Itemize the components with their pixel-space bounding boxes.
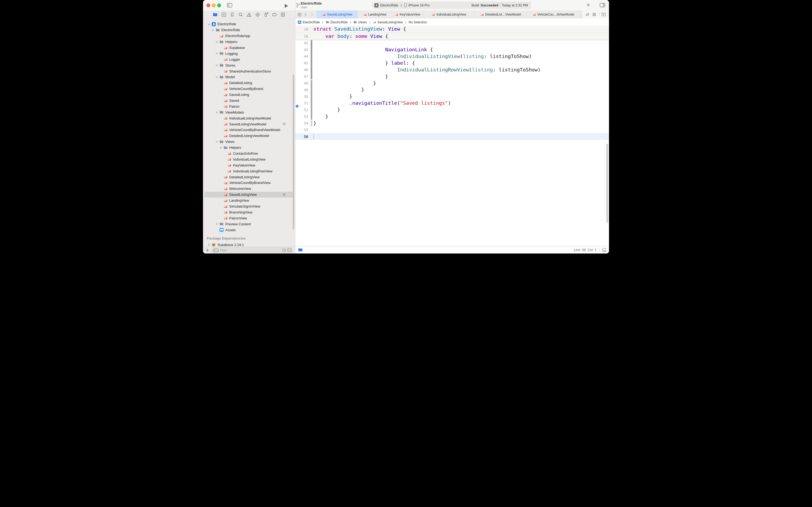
code-fold-ribbon[interactable] bbox=[311, 40, 312, 79]
tree-item-patron[interactable]: Patron bbox=[203, 103, 295, 109]
go-back-icon[interactable] bbox=[304, 13, 308, 17]
editor-tab-vehiclecou-dviewmodel[interactable]: VehicleCou…dViewModel bbox=[527, 10, 580, 18]
tree-item-logging[interactable]: Logging bbox=[203, 51, 295, 56]
tree-item-helpers[interactable]: Helpers bbox=[203, 145, 295, 151]
editor-scrollbar[interactable] bbox=[606, 144, 608, 223]
close-window-button[interactable] bbox=[207, 3, 210, 7]
disclosure-open-icon[interactable] bbox=[215, 64, 218, 67]
related-items-icon[interactable] bbox=[297, 13, 301, 17]
tree-item-sharedauthenticationstore[interactable]: SharedAuthenticationStore bbox=[203, 68, 295, 74]
sidebar-scrollbar[interactable] bbox=[293, 74, 294, 230]
tree-item-assets[interactable]: Assets bbox=[203, 227, 295, 233]
breadcrumb-item-electricride[interactable]: ElectricRide bbox=[326, 20, 348, 24]
debug-icon[interactable] bbox=[264, 12, 269, 17]
tree-item-keyvalueview[interactable]: KeyValueView bbox=[203, 162, 295, 168]
sidebar-divider[interactable] bbox=[295, 0, 295, 253]
editor-tab-detailedlist-viewmodel[interactable]: DetailedList…ViewModel bbox=[474, 10, 527, 18]
code-line-43[interactable]: 43 NavigationLink { bbox=[295, 47, 609, 53]
code-line-44[interactable]: 44 IndividualListingView(listing: listin… bbox=[295, 53, 609, 60]
breadcrumb-item-electricride[interactable]: AElectricRide bbox=[298, 20, 320, 24]
tree-item-electricrideapp[interactable]: ElectricRideApp bbox=[203, 33, 295, 39]
recent-files-clock-icon[interactable] bbox=[282, 248, 286, 252]
tree-item-supabase[interactable]: Supabase bbox=[203, 45, 295, 51]
disclosure-open-icon[interactable] bbox=[215, 76, 218, 78]
tree-item-helpers[interactable]: Helpers bbox=[203, 39, 295, 45]
bookmarks-icon[interactable] bbox=[230, 12, 235, 17]
code-line-53[interactable]: 53 } bbox=[295, 113, 609, 120]
reports-icon[interactable] bbox=[280, 12, 285, 17]
breakpoints-toggle-icon[interactable] bbox=[298, 248, 303, 251]
source-control-filter-icon[interactable] bbox=[287, 248, 292, 252]
breakpoints-icon[interactable] bbox=[272, 12, 277, 17]
filter-input[interactable]: Filter bbox=[211, 247, 293, 253]
tree-item-individuallistingview[interactable]: IndividualListingView bbox=[203, 156, 295, 162]
code-line-54[interactable]: 54} bbox=[295, 120, 609, 127]
add-editor-icon[interactable] bbox=[601, 12, 606, 17]
tree-item-vehiclecountbybrandviewmodel[interactable]: VehicleCountByBrandViewModel bbox=[203, 127, 295, 133]
disclosure-open-icon[interactable] bbox=[215, 140, 218, 143]
tree-item-logger[interactable]: Logger bbox=[203, 56, 295, 62]
editor-tab-keyvalueview[interactable]: KeyValueView bbox=[392, 10, 423, 18]
disclosure-open-icon[interactable] bbox=[215, 41, 218, 43]
tree-item-simulatesigninview[interactable]: SimulateSignInView bbox=[203, 204, 295, 210]
tree-item-welcomeview[interactable]: WelcomeView bbox=[203, 186, 295, 192]
code-line-51[interactable]: 51 .navigationTitle("Saved listings") bbox=[295, 100, 609, 107]
tree-item-savedlisting[interactable]: SavedListing bbox=[203, 92, 295, 98]
breadcrumb-item-views[interactable]: Views bbox=[353, 20, 367, 24]
scheme-selector[interactable]: A ElectricRide ❯ iPhone 16 Pro Build Suc… bbox=[372, 2, 531, 9]
code-line-42[interactable]: 42 bbox=[295, 40, 609, 47]
tree-item-electricride[interactable]: ElectricRide bbox=[203, 27, 295, 33]
disclosure-open-icon[interactable] bbox=[212, 29, 214, 32]
code-line-55[interactable]: 55 bbox=[295, 127, 609, 133]
editor-options-icon[interactable] bbox=[592, 12, 596, 17]
filter-scope-icon[interactable] bbox=[213, 248, 219, 252]
editor-tab-landingview[interactable]: LandingView bbox=[358, 10, 392, 18]
tree-item-savedlistingview[interactable]: SavedListingViewM bbox=[203, 192, 295, 198]
tests-icon[interactable] bbox=[255, 12, 260, 17]
tree-item-model[interactable]: Model bbox=[203, 74, 295, 80]
disclosure-closed-icon[interactable] bbox=[215, 223, 218, 225]
issues-icon[interactable] bbox=[246, 12, 251, 17]
swap-editor-icon[interactable] bbox=[585, 12, 590, 17]
code-fold-ribbon[interactable] bbox=[311, 120, 312, 126]
breadcrumb-item-no-selection[interactable]: No Selection bbox=[409, 20, 427, 24]
dock-bottom-panel-icon[interactable] bbox=[602, 248, 606, 252]
tree-item-contactinforow[interactable]: ContactInfoRow bbox=[203, 151, 295, 157]
code-line-10[interactable]: 10struct SavedListingView: View { bbox=[295, 26, 609, 33]
code-line-47[interactable]: 47 } bbox=[295, 73, 609, 80]
code-line-49[interactable]: 49 } bbox=[295, 87, 609, 93]
tree-item-vehiclecountbybrandview[interactable]: VehicleCountByBrandView bbox=[203, 180, 295, 186]
run-button[interactable] bbox=[284, 3, 289, 8]
code-editor[interactable]: 4243 NavigationLink {44 IndividualListin… bbox=[295, 40, 609, 140]
disclosure-open-icon[interactable] bbox=[215, 52, 218, 55]
tree-item-detailedlisting[interactable]: DetailedListing bbox=[203, 80, 295, 86]
tree-item-viewmodels[interactable]: ViewModels bbox=[203, 109, 295, 115]
tree-item-supabase-2-24-1[interactable]: Supabase 2.24.1 bbox=[203, 242, 295, 246]
code-line-45[interactable]: 45 } label: { bbox=[295, 60, 609, 67]
toggle-right-inspector-icon[interactable] bbox=[599, 3, 605, 7]
disclosure-open-icon[interactable] bbox=[219, 146, 222, 149]
breadcrumb-item-savedlistingview[interactable]: SavedListingView bbox=[373, 20, 403, 24]
editor-tab-savedlistingview[interactable]: SavedListingView bbox=[317, 10, 358, 18]
scheme-target[interactable]: A ElectricRide ❯ iPhone 16 Pro bbox=[374, 3, 429, 7]
disclosure-open-icon[interactable] bbox=[215, 111, 218, 114]
tree-item-preview-content[interactable]: Preview Content bbox=[203, 221, 295, 227]
code-line-48[interactable]: 48 } bbox=[295, 80, 609, 87]
tree-item-detailedlistingview[interactable]: DetailedListingView bbox=[203, 174, 295, 180]
code-line-56[interactable]: 56 bbox=[295, 133, 609, 140]
tree-item-branchingview[interactable]: BranchingView bbox=[203, 210, 295, 215]
add-file-button[interactable] bbox=[206, 248, 210, 252]
toggle-left-sidebar-icon[interactable] bbox=[227, 3, 232, 7]
code-fold-ribbon[interactable] bbox=[311, 80, 312, 119]
tree-item-saved[interactable]: Saved bbox=[203, 98, 295, 104]
disclosure-open-icon[interactable] bbox=[208, 23, 210, 25]
tree-item-individuallistingviewmodel[interactable]: IndividualListingViewModel bbox=[203, 115, 295, 121]
code-line-52[interactable]: 52 } bbox=[295, 107, 609, 113]
disclosure-closed-icon[interactable] bbox=[208, 243, 210, 246]
editor-tab-individuallistingview[interactable]: IndividualListingView bbox=[423, 10, 474, 18]
tree-item-stores[interactable]: Stores bbox=[203, 62, 295, 68]
tree-item-electricride[interactable]: AElectricRide bbox=[203, 21, 295, 27]
code-line-16[interactable]: 16 var body: some View { bbox=[295, 33, 609, 40]
minimize-window-button[interactable] bbox=[212, 3, 216, 7]
tree-item-views[interactable]: Views bbox=[203, 139, 295, 145]
